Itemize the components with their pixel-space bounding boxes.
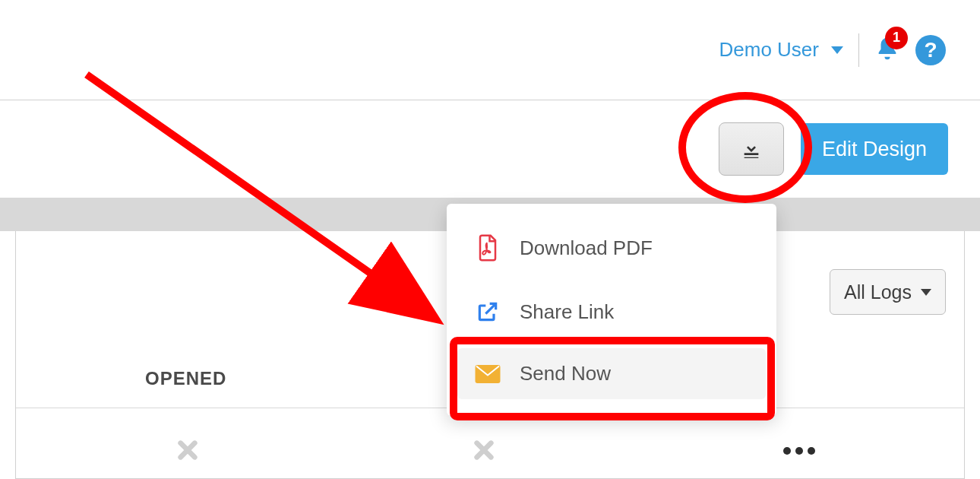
menu-item-label: Send Now <box>520 362 611 385</box>
logs-dropdown-label: All Logs <box>844 281 912 303</box>
menu-item-download-pdf[interactable]: Download PDF <box>457 220 766 275</box>
download-icon <box>739 137 763 161</box>
external-link-icon <box>474 300 501 324</box>
pdf-icon <box>474 234 501 262</box>
mail-icon <box>474 363 501 385</box>
menu-item-share-link[interactable]: Share Link <box>457 286 766 338</box>
notification-badge: 1 <box>885 27 908 49</box>
more-options-button[interactable] <box>783 447 815 455</box>
menu-item-label: Download PDF <box>520 236 653 260</box>
logs-dropdown[interactable]: All Logs <box>830 269 946 315</box>
notifications-button[interactable]: 1 <box>874 34 900 66</box>
divider <box>858 33 859 67</box>
user-name-label: Demo User <box>719 38 819 62</box>
caret-down-icon <box>921 289 931 296</box>
x-icon <box>472 438 496 462</box>
column-header-opened: OPENED <box>145 368 226 389</box>
close-icon[interactable] <box>175 438 200 465</box>
menu-item-send-now[interactable]: Send Now <box>457 348 766 399</box>
menu-item-label: Share Link <box>520 300 614 324</box>
edit-design-button[interactable]: Edit Design <box>801 123 948 175</box>
caret-down-icon <box>831 46 843 54</box>
x-icon <box>175 438 200 462</box>
close-icon[interactable] <box>472 438 496 465</box>
download-button[interactable] <box>719 122 784 176</box>
user-menu[interactable]: Demo User <box>719 38 843 62</box>
help-button[interactable]: ? <box>915 35 946 65</box>
download-menu: Download PDF Share Link Send Now <box>447 204 776 416</box>
